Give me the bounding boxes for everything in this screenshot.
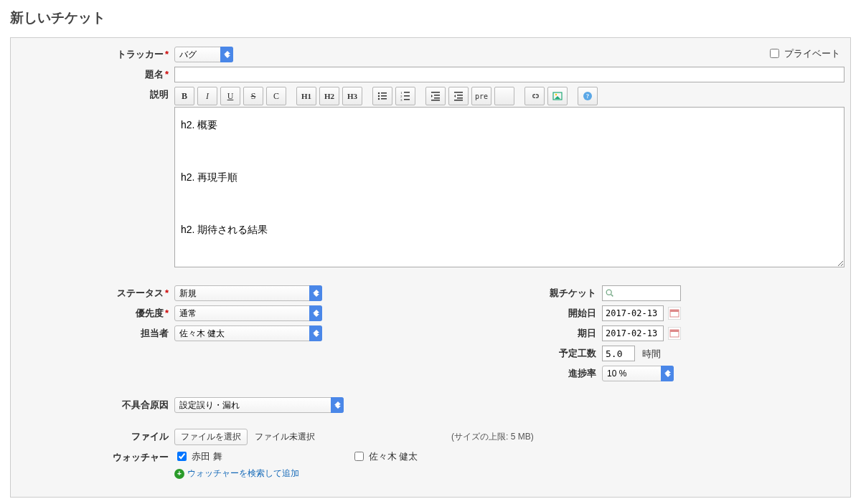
svg-rect-32 (670, 330, 679, 332)
tracker-select[interactable]: バグ (174, 47, 233, 62)
h3-button[interactable]: H3 (342, 87, 362, 105)
description-textarea[interactable] (174, 107, 844, 267)
svg-marker-16 (431, 95, 433, 98)
private-checkbox[interactable] (770, 49, 779, 58)
svg-marker-24 (555, 96, 560, 99)
underline-button[interactable]: U (220, 87, 240, 105)
indent-button[interactable] (448, 87, 469, 105)
due-date-label: 期日 (466, 325, 602, 341)
calendar-icon[interactable] (668, 327, 681, 340)
plus-icon: + (174, 469, 184, 479)
start-date-label: 開始日 (466, 305, 602, 321)
file-status: ファイル未選択 (255, 431, 315, 443)
watchers-label: ウォッチャー (21, 450, 174, 465)
svg-rect-14 (434, 98, 440, 99)
priority-label: 優先度* (21, 305, 174, 321)
help-icon[interactable]: ? (578, 87, 598, 105)
priority-select[interactable]: 通常 (174, 305, 322, 321)
estimated-label: 予定工数 (466, 346, 602, 361)
tracker-label: トラッカー* (21, 47, 174, 62)
h2-button[interactable]: H2 (319, 87, 339, 105)
watcher-checkbox[interactable] (177, 452, 187, 461)
watcher-name: 赤田 舞 (192, 450, 222, 463)
svg-rect-19 (457, 98, 463, 99)
files-label: ファイル (21, 429, 174, 444)
svg-rect-17 (454, 92, 463, 93)
due-date-input[interactable] (602, 325, 664, 341)
svg-rect-11 (404, 99, 410, 100)
file-size-hint: (サイズの上限: 5 MB) (451, 431, 534, 443)
blank-button[interactable] (494, 87, 514, 105)
done-ratio-label: 進捗率 (466, 366, 602, 381)
ticket-form: トラッカー* バグ プライベート 題名* 説明 B (10, 37, 851, 498)
editor-toolbar: B I U S C H1 H2 H3 123 pre (174, 87, 844, 105)
watcher-name: 佐々木 健太 (369, 450, 418, 463)
italic-button[interactable]: I (197, 87, 217, 105)
subject-label: 題名* (21, 67, 174, 82)
svg-point-2 (378, 95, 380, 97)
assignee-label: 担当者 (21, 325, 174, 341)
svg-rect-5 (381, 98, 387, 100)
watcher-item: 赤田 舞 (174, 450, 222, 463)
watcher-item: 佐々木 健太 (352, 450, 418, 463)
svg-rect-18 (457, 95, 463, 96)
svg-rect-15 (431, 100, 440, 101)
svg-rect-1 (381, 92, 387, 94)
page-title: 新しいチケット (10, 9, 851, 27)
svg-rect-3 (381, 95, 387, 97)
subject-input[interactable] (174, 67, 844, 82)
parent-label: 親チケット (466, 285, 602, 301)
svg-rect-13 (434, 95, 440, 96)
svg-point-27 (606, 290, 611, 295)
outdent-button[interactable] (425, 87, 446, 105)
h1-button[interactable]: H1 (296, 87, 316, 105)
svg-rect-12 (431, 92, 440, 93)
svg-rect-20 (454, 100, 463, 101)
ol-button[interactable]: 123 (395, 87, 415, 105)
strike-button[interactable]: S (243, 87, 263, 105)
assignee-select[interactable]: 佐々木 健太 (174, 325, 322, 341)
image-icon[interactable] (547, 87, 568, 105)
calendar-icon[interactable] (668, 307, 681, 320)
file-choose-button[interactable]: ファイルを選択 (174, 429, 248, 445)
done-ratio-select[interactable]: 10 % (602, 366, 674, 381)
bold-button[interactable]: B (174, 87, 194, 105)
link-icon[interactable] (524, 87, 545, 105)
svg-point-4 (378, 98, 380, 100)
description-label: 説明 (21, 87, 174, 103)
svg-line-28 (611, 295, 613, 297)
search-icon (605, 288, 615, 298)
svg-point-0 (378, 92, 380, 94)
start-date-input[interactable] (602, 305, 664, 321)
ul-button[interactable] (372, 87, 392, 105)
status-select[interactable]: 新規 (174, 285, 322, 301)
private-label: プライベート (784, 47, 840, 60)
svg-text:?: ? (586, 93, 589, 100)
pre-button[interactable]: pre (471, 87, 491, 105)
estimated-input[interactable] (602, 346, 635, 361)
svg-rect-30 (670, 310, 679, 312)
status-label: ステータス* (21, 285, 174, 301)
svg-marker-21 (454, 95, 456, 98)
add-watcher-link[interactable]: ウォッチャーを検索して追加 (187, 467, 299, 480)
svg-rect-9 (404, 95, 410, 97)
defect-cause-label: 不具合原因 (21, 397, 174, 413)
svg-text:3: 3 (400, 98, 403, 102)
defect-cause-select[interactable]: 設定誤り・漏れ (174, 397, 344, 413)
code-button[interactable]: C (266, 87, 286, 105)
svg-point-23 (555, 94, 557, 95)
svg-rect-7 (404, 92, 410, 93)
watcher-checkbox[interactable] (354, 452, 364, 461)
hours-unit: 時間 (642, 348, 661, 359)
